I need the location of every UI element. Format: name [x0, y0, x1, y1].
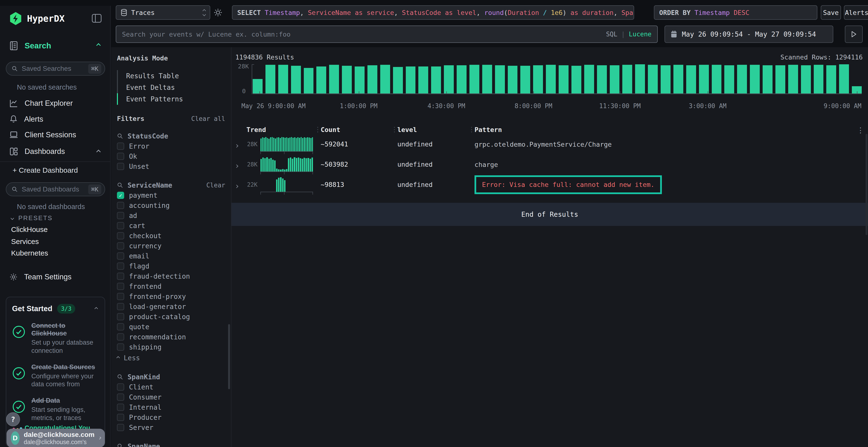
- show-less-toggle[interactable]: Less: [117, 353, 227, 363]
- histogram-bar[interactable]: [661, 65, 671, 94]
- filter-option-client[interactable]: Client: [117, 382, 227, 392]
- histogram-bar[interactable]: [355, 66, 365, 94]
- expand-row-chevron-icon[interactable]: [235, 157, 246, 169]
- saved-dashboards-input[interactable]: Saved Dashboards ⌘K: [6, 182, 105, 196]
- filter-option-ad[interactable]: ad: [117, 210, 227, 220]
- pattern-row[interactable]: 28K~592041undefinedgrpc.oteldemo.Payment…: [235, 137, 864, 152]
- histogram-bar[interactable]: [508, 66, 518, 94]
- histogram-bar[interactable]: [278, 65, 288, 94]
- filter-option-load-generator[interactable]: load-generator: [117, 302, 227, 312]
- histogram-bar[interactable]: [329, 65, 339, 94]
- filter-option-consumer[interactable]: Consumer: [117, 392, 227, 402]
- sidebar-item-search[interactable]: Search: [9, 41, 51, 50]
- histogram-bar[interactable]: [648, 65, 658, 94]
- histogram-bar[interactable]: [610, 65, 620, 94]
- preset-kubernetes[interactable]: Kubernetes: [11, 249, 48, 257]
- histogram-bar[interactable]: [571, 66, 581, 94]
- clear-filter-button[interactable]: Clear: [207, 182, 227, 189]
- checkbox[interactable]: [117, 153, 124, 160]
- histogram-bar[interactable]: [444, 65, 454, 94]
- get-started-task[interactable]: Add Data Start sending logs, metrics, or…: [12, 397, 99, 422]
- histogram-bar[interactable]: [737, 65, 747, 94]
- checkbox[interactable]: [117, 252, 124, 260]
- analysis-mode-option-event-patterns[interactable]: Event Patterns: [117, 93, 227, 105]
- sql-orderby-editor[interactable]: ORDER BY Timestamp DESC: [654, 5, 817, 20]
- checkbox[interactable]: [117, 323, 124, 331]
- analysis-mode-option-results-table[interactable]: Results Table: [117, 70, 227, 82]
- save-button[interactable]: Save: [821, 5, 841, 20]
- checkbox[interactable]: [117, 242, 124, 249]
- filter-option-ok[interactable]: Ok: [117, 151, 227, 161]
- checkbox[interactable]: [117, 303, 124, 310]
- highlighted-error-pattern[interactable]: Error: Visa cache full: cannot add new i…: [474, 175, 662, 194]
- filters-scrollbar-thumb[interactable]: [228, 324, 230, 389]
- filter-option-shipping[interactable]: shipping: [117, 342, 227, 352]
- language-lucene-option[interactable]: Lucene: [629, 31, 651, 38]
- get-started-task[interactable]: Connect to ClickHouse Set up your databa…: [12, 322, 99, 355]
- histogram-bar[interactable]: [291, 66, 301, 94]
- sidebar-item-alerts[interactable]: Alerts: [9, 115, 43, 124]
- language-sql-option[interactable]: SQL: [606, 31, 617, 38]
- run-query-button[interactable]: [845, 26, 863, 43]
- histogram-bar[interactable]: [368, 65, 377, 94]
- checkbox[interactable]: [117, 424, 124, 431]
- histogram-bar[interactable]: [304, 68, 314, 94]
- pattern-row[interactable]: 28K~503982undefinedcharge: [235, 157, 864, 172]
- histogram-bar[interactable]: [763, 65, 773, 94]
- analysis-mode-option-event-deltas[interactable]: Event Deltas: [117, 82, 227, 93]
- checkbox[interactable]: [117, 283, 124, 290]
- user-account-card[interactable]: D dale@clickhouse.com dale@clickhouse.co…: [6, 429, 105, 447]
- histogram-bar[interactable]: [839, 64, 849, 94]
- checkbox[interactable]: [117, 333, 124, 341]
- event-search-input[interactable]: [122, 31, 606, 38]
- drag-handle-icon[interactable]: ⋮: [391, 126, 398, 133]
- checkbox[interactable]: [117, 143, 124, 150]
- checkbox[interactable]: [117, 222, 124, 229]
- collapse-sidebar-icon[interactable]: [92, 14, 101, 23]
- checkbox[interactable]: [117, 404, 124, 411]
- pattern-row[interactable]: 22K~98813undefinedError: Visa cache full…: [235, 177, 864, 192]
- checkbox[interactable]: [117, 273, 124, 280]
- expand-row-chevron-icon[interactable]: [235, 137, 246, 148]
- histogram-bar[interactable]: [418, 66, 428, 94]
- help-button[interactable]: ?: [6, 412, 20, 426]
- sidebar-item-chart-explorer[interactable]: Chart Explorer: [9, 99, 73, 108]
- histogram-bar[interactable]: [814, 65, 824, 94]
- histogram-bar[interactable]: [533, 65, 543, 94]
- histogram-bar[interactable]: [635, 64, 645, 94]
- sql-select-editor[interactable]: SELECT Timestamp, ServiceName as service…: [232, 5, 634, 20]
- column-header-count[interactable]: ⋮Count: [321, 126, 397, 133]
- filter-option-flagd[interactable]: flagd: [117, 261, 227, 271]
- column-header-level[interactable]: ⋮level: [397, 126, 474, 133]
- histogram-bar[interactable]: [520, 66, 530, 94]
- histogram-bar[interactable]: [393, 67, 403, 94]
- preset-clickhouse[interactable]: ClickHouse: [11, 226, 48, 234]
- filter-option-accounting[interactable]: accounting: [117, 200, 227, 210]
- expand-row-chevron-icon[interactable]: [235, 177, 246, 189]
- histogram-bar[interactable]: [724, 65, 734, 94]
- histogram-bar[interactable]: [380, 65, 390, 94]
- histogram-bar[interactable]: [546, 65, 556, 94]
- source-settings-button[interactable]: [213, 8, 223, 18]
- date-range-picker[interactable]: May 26 09:09:54 - May 27 09:09:54: [664, 26, 833, 43]
- histogram-bar[interactable]: [457, 65, 467, 94]
- histogram-bar[interactable]: [801, 65, 811, 94]
- sidebar-item-team-settings[interactable]: Team Settings: [9, 273, 71, 281]
- source-select[interactable]: Traces: [116, 5, 210, 20]
- presets-toggle[interactable]: PRESETS: [11, 214, 53, 222]
- filter-option-recommendation[interactable]: recommendation: [117, 332, 227, 342]
- filter-option-payment[interactable]: ✓payment: [117, 190, 227, 200]
- table-options-kebab-icon[interactable]: ⋮: [854, 126, 864, 134]
- checkbox[interactable]: [117, 263, 124, 270]
- checkbox[interactable]: ✓: [117, 192, 124, 199]
- alerts-button[interactable]: Alerts: [844, 5, 868, 20]
- histogram-bar[interactable]: [495, 65, 505, 94]
- filter-option-internal[interactable]: Internal: [117, 402, 227, 412]
- filter-option-error[interactable]: Error: [117, 141, 227, 151]
- histogram-bar[interactable]: [699, 65, 709, 94]
- histogram-bar[interactable]: [788, 65, 798, 94]
- checkbox[interactable]: [117, 293, 124, 300]
- histogram-bar[interactable]: [750, 65, 760, 94]
- filter-option-checkout[interactable]: checkout: [117, 231, 227, 241]
- drag-handle-icon[interactable]: ⋮: [468, 126, 475, 133]
